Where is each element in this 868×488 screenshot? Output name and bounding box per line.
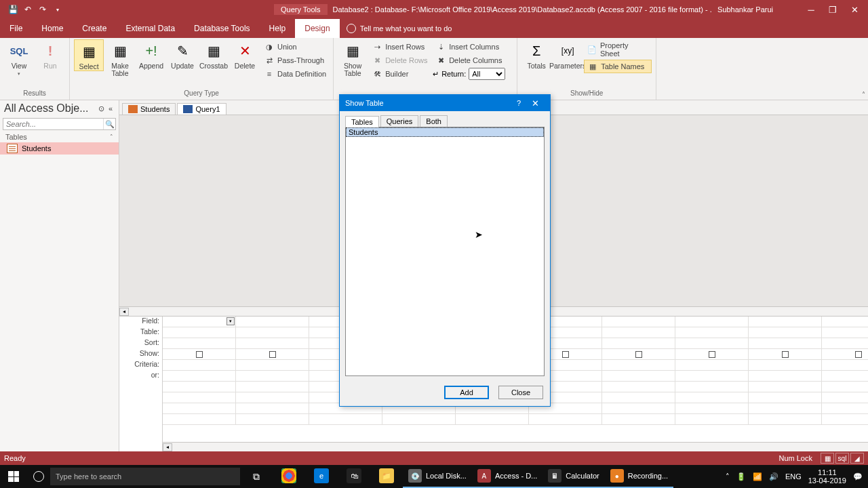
- taskbar-app-store[interactable]: 🛍: [338, 465, 370, 488]
- grid-cell[interactable]: [749, 403, 822, 413]
- grid-cell[interactable]: [529, 414, 602, 424]
- grid-cell-show[interactable]: [163, 349, 236, 359]
- tab-file[interactable]: File: [0, 19, 32, 38]
- grid-cell-show[interactable]: [675, 349, 749, 359]
- grid-cell[interactable]: [309, 414, 382, 424]
- grid-cell[interactable]: [675, 392, 749, 403]
- scroll-left-icon[interactable]: ◂: [163, 443, 172, 451]
- collapse-ribbon-icon[interactable]: ˄: [862, 91, 865, 98]
- grid-cell[interactable]: [163, 392, 236, 403]
- dialog-titlebar[interactable]: Show Table ? ✕: [340, 95, 550, 111]
- grid-cell[interactable]: [602, 360, 675, 370]
- grid-cell[interactable]: [822, 371, 868, 381]
- close-icon[interactable]: ✕: [844, 0, 865, 19]
- add-button[interactable]: Add: [444, 386, 489, 399]
- grid-cell[interactable]: [163, 360, 236, 370]
- tab-external-data[interactable]: External Data: [116, 19, 184, 38]
- nav-item-students[interactable]: Students: [0, 142, 119, 155]
- nav-dropdown-icon[interactable]: ⊙: [96, 104, 106, 113]
- grid-cell[interactable]: ▾: [163, 317, 236, 327]
- grid-cell[interactable]: [602, 327, 675, 338]
- grid-cell[interactable]: [675, 338, 749, 348]
- taskbar-app-explorer[interactable]: 📁: [370, 465, 403, 488]
- parameters-button[interactable]: [xy] Parameters: [553, 39, 583, 70]
- grid-cell[interactable]: [749, 317, 822, 327]
- data-definition-button[interactable]: ≡Data Definition: [261, 68, 329, 80]
- checkbox-icon[interactable]: [635, 351, 642, 358]
- taskbar-app-localdisk[interactable]: 💽Local Disk...: [403, 465, 472, 488]
- delete-columns-button[interactable]: ✖Delete Columns: [433, 54, 513, 66]
- language-indicator[interactable]: ENG: [785, 472, 802, 481]
- volume-icon[interactable]: 🔊: [769, 472, 778, 481]
- taskbar-app-edge[interactable]: e: [305, 465, 338, 488]
- doc-tab-students[interactable]: Students: [122, 103, 176, 115]
- grid-cell[interactable]: [675, 360, 749, 370]
- task-view-button[interactable]: ⧉: [240, 465, 273, 488]
- notifications-icon[interactable]: 💬: [853, 472, 863, 481]
- dialog-tab-queries[interactable]: Queries: [380, 115, 419, 127]
- grid-cell-show[interactable]: [749, 349, 822, 359]
- grid-cell[interactable]: [382, 414, 456, 424]
- restore-icon[interactable]: ❐: [822, 0, 844, 19]
- grid-cell-show[interactable]: [822, 349, 868, 359]
- grid-cell[interactable]: [675, 382, 749, 392]
- dialog-list-item-students[interactable]: Students: [346, 127, 544, 137]
- update-button[interactable]: ✎ Update: [167, 39, 197, 70]
- checkbox-icon[interactable]: [782, 351, 789, 358]
- grid-cell[interactable]: [163, 403, 236, 413]
- grid-cell[interactable]: [749, 338, 822, 348]
- grid-cell[interactable]: [675, 327, 749, 338]
- grid-cell[interactable]: [822, 403, 868, 413]
- tab-help[interactable]: Help: [260, 19, 296, 38]
- tab-design[interactable]: Design: [295, 19, 339, 38]
- grid-cell[interactable]: [602, 371, 675, 381]
- return-control[interactable]: ↵ Return: All: [433, 68, 513, 80]
- checkbox-icon[interactable]: [709, 351, 715, 358]
- grid-cell[interactable]: [822, 317, 868, 327]
- save-icon[interactable]: 💾: [7, 3, 19, 16]
- delete-rows-button[interactable]: ✖Delete Rows: [369, 54, 431, 66]
- tray-expand-icon[interactable]: ˄: [726, 472, 730, 481]
- clock[interactable]: 11:11 13-04-2019: [808, 468, 846, 485]
- insert-rows-button[interactable]: ⇢Insert Rows: [369, 41, 431, 53]
- grid-cell[interactable]: [749, 382, 822, 392]
- taskbar-app-calculator[interactable]: 🖩Calculator: [542, 465, 605, 488]
- nav-search[interactable]: 🔍: [3, 118, 116, 130]
- grid-cell[interactable]: [236, 392, 309, 403]
- minimize-icon[interactable]: ─: [800, 0, 822, 19]
- grid-cell[interactable]: [236, 317, 309, 327]
- view-design-icon[interactable]: ◢: [850, 453, 864, 464]
- grid-cell[interactable]: [822, 414, 868, 424]
- horizontal-scrollbar-lower[interactable]: ◂ ▸: [163, 442, 868, 451]
- grid-cell[interactable]: [602, 392, 675, 403]
- dialog-tab-tables[interactable]: Tables: [345, 116, 379, 127]
- checkbox-icon[interactable]: [562, 351, 569, 358]
- totals-button[interactable]: Σ Totals: [521, 39, 551, 70]
- grid-cell-show[interactable]: [602, 349, 675, 359]
- doc-tab-query1[interactable]: Query1: [177, 103, 226, 115]
- taskbar-app-chrome[interactable]: [273, 465, 305, 488]
- view-button[interactable]: SQL View ▾: [4, 39, 34, 77]
- tab-home[interactable]: Home: [32, 19, 73, 38]
- dialog-table-list[interactable]: Students: [345, 127, 545, 376]
- crosstab-button[interactable]: ▦ Crosstab: [199, 39, 229, 70]
- view-datasheet-icon[interactable]: ▦: [821, 453, 834, 464]
- search-icon[interactable]: 🔍: [103, 119, 115, 129]
- grid-cell[interactable]: [822, 360, 868, 370]
- grid-cell[interactable]: [675, 317, 749, 327]
- grid-cell[interactable]: [602, 338, 675, 348]
- delete-query-button[interactable]: ✕ Delete: [230, 39, 260, 70]
- grid-cell[interactable]: [749, 371, 822, 381]
- dropdown-icon[interactable]: ▾: [226, 317, 235, 325]
- taskbar-app-recording[interactable]: ●Recording...: [605, 465, 673, 488]
- grid-cell[interactable]: [602, 403, 675, 413]
- undo-icon[interactable]: ↶: [22, 3, 34, 16]
- grid-cell[interactable]: [602, 382, 675, 392]
- show-table-button[interactable]: ▦ Show Table: [338, 39, 368, 77]
- grid-cell[interactable]: [236, 414, 309, 424]
- view-sql-icon[interactable]: sql: [835, 453, 849, 464]
- select-query-button[interactable]: ▦ Select: [74, 39, 104, 71]
- grid-cell[interactable]: [456, 414, 529, 424]
- grid-cell[interactable]: [163, 327, 236, 338]
- grid-cell[interactable]: [163, 371, 236, 381]
